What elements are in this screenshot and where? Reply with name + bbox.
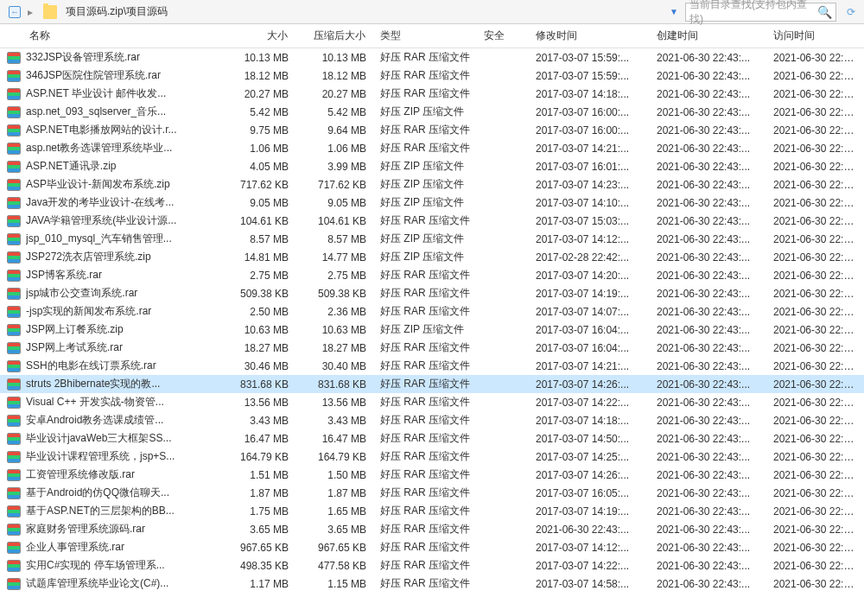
file-row[interactable]: 346JSP医院住院管理系统.rar18.12 MB18.12 MB好压 RAR… <box>0 67 864 85</box>
nav-back-button[interactable]: ← <box>9 6 21 18</box>
file-modified-cell: 2017-03-07 14:21:... <box>529 143 650 155</box>
column-header-created[interactable]: 创建时间 <box>650 24 766 48</box>
file-row[interactable]: jsp城市公交查询系统.rar509.38 KB509.38 KB好压 RAR … <box>0 284 864 302</box>
file-name-cell[interactable]: JSP网上考试系统.rar <box>0 340 225 355</box>
archive-icon <box>7 342 21 354</box>
file-row[interactable]: asp.net教务选课管理系统毕业...1.06 MB1.06 MB好压 RAR… <box>0 139 864 157</box>
file-row[interactable]: 家庭财务管理系统源码.rar3.65 MB3.65 MB好压 RAR 压缩文件2… <box>0 520 864 538</box>
path-dropdown-icon[interactable]: ▼ <box>663 7 685 16</box>
file-row[interactable]: JSP网上订餐系统.zip10.63 MB10.63 MB好压 ZIP 压缩文件… <box>0 321 864 339</box>
file-row[interactable]: 毕业设计课程管理系统，jsp+S...164.79 KB164.79 KB好压 … <box>0 448 864 466</box>
search-icon[interactable]: 🔍 <box>817 5 832 19</box>
file-row[interactable]: ASP.NET通讯录.zip4.05 MB3.99 MB好压 ZIP 压缩文件2… <box>0 157 864 175</box>
file-accessed-cell: 2021-06-30 22:43:. <box>766 52 864 64</box>
breadcrumb-path[interactable]: 项目源码.zip\项目源码 <box>60 4 663 19</box>
file-name-cell[interactable]: 基于ASP.NET的三层架构的BB... <box>0 504 225 518</box>
nav-expand-icon[interactable]: ▸ <box>21 3 40 22</box>
file-row[interactable]: jsp_010_mysql_汽车销售管理...8.57 MB8.57 MB好压 … <box>0 230 864 248</box>
file-name-cell[interactable]: asp.net教务选课管理系统毕业... <box>0 141 225 156</box>
file-row[interactable]: 企业人事管理系统.rar967.65 KB967.65 KB好压 RAR 压缩文… <box>0 538 864 556</box>
file-row[interactable]: struts 2Bhibernate实现的教...831.68 KB831.68… <box>0 375 864 393</box>
column-header-size[interactable]: 大小 <box>225 24 295 48</box>
file-name-cell[interactable]: 企业人事管理系统.rar <box>0 540 225 555</box>
file-modified-cell: 2017-03-07 14:19:... <box>529 505 650 518</box>
archive-icon <box>7 306 21 318</box>
file-row[interactable]: asp.net_093_sqlserver_音乐...5.42 MB5.42 M… <box>0 103 864 121</box>
file-name-cell[interactable]: 346JSP医院住院管理系统.rar <box>0 68 225 83</box>
file-modified-cell: 2017-03-07 15:59:... <box>529 52 650 64</box>
file-name-cell[interactable]: ASP.NET电影播放网站的设计.r... <box>0 123 225 137</box>
file-name-cell[interactable]: Java开发的考毕业设计-在线考... <box>0 195 225 210</box>
file-type-cell: 好压 ZIP 压缩文件 <box>373 322 477 337</box>
column-header-type[interactable]: 类型 <box>373 24 477 48</box>
file-created-cell: 2021-06-30 22:43:... <box>650 505 766 518</box>
file-row[interactable]: ASP毕业设计-新闻发布系统.zip717.62 KB717.62 KB好压 Z… <box>0 175 864 194</box>
file-name-cell[interactable]: JSP272洗衣店管理系统.zip <box>0 250 225 264</box>
file-row[interactable]: ASP.NET电影播放网站的设计.r...9.75 MB9.64 MB好压 RA… <box>0 121 864 139</box>
file-type-cell: 好压 RAR 压缩文件 <box>373 86 477 101</box>
file-row[interactable]: ASP.NET 毕业设计 邮件收发...20.27 MB20.27 MB好压 R… <box>0 85 864 103</box>
file-row[interactable]: JSP网上考试系统.rar18.27 MB18.27 MB好压 RAR 压缩文件… <box>0 339 864 357</box>
file-created-cell: 2021-06-30 22:43:... <box>650 70 766 82</box>
file-row[interactable]: -jsp实现的新闻发布系统.rar2.50 MB2.36 MB好压 RAR 压缩… <box>0 302 864 321</box>
file-compressed-size-cell: 10.63 MB <box>295 324 373 336</box>
file-name-cell[interactable]: ASP毕业设计-新闻发布系统.zip <box>0 177 225 192</box>
file-name-text: ASP.NET通讯录.zip <box>26 159 116 174</box>
file-row[interactable]: Java开发的考毕业设计-在线考...9.05 MB9.05 MB好压 ZIP … <box>0 194 864 212</box>
file-accessed-cell: 2021-06-30 22:43:. <box>766 433 864 445</box>
file-name-cell[interactable]: 毕业设计javaWeb三大框架SS... <box>0 431 225 446</box>
file-modified-cell: 2017-03-07 14:26:... <box>529 378 650 391</box>
file-name-cell[interactable]: JSP网上订餐系统.zip <box>0 322 225 337</box>
file-row[interactable]: JSP272洗衣店管理系统.zip14.81 MB14.77 MB好压 ZIP … <box>0 248 864 266</box>
search-box[interactable]: 当前目录查找(支持包内查找) 🔍 <box>685 3 836 22</box>
file-created-cell: 2021-06-30 22:43:... <box>650 52 766 64</box>
file-name-cell[interactable]: 试题库管理系统毕业论文(C#)... <box>0 576 225 591</box>
file-name-cell[interactable]: jsp城市公交查询系统.rar <box>0 286 225 301</box>
file-name-cell[interactable]: 332JSP设备管理系统.rar <box>0 50 225 65</box>
file-name-cell[interactable]: asp.net_093_sqlserver_音乐... <box>0 105 225 119</box>
file-row[interactable]: SSH的电影在线订票系统.rar30.46 MB30.40 MB好压 RAR 压… <box>0 357 864 375</box>
file-row[interactable]: JSP博客系统.rar2.75 MB2.75 MB好压 RAR 压缩文件2017… <box>0 266 864 284</box>
file-row[interactable]: 毕业设计javaWeb三大框架SS...16.47 MB16.47 MB好压 R… <box>0 429 864 448</box>
file-row[interactable]: 工资管理系统修改版.rar1.51 MB1.50 MB好压 RAR 压缩文件20… <box>0 466 864 484</box>
column-header-modified[interactable]: 修改时间 <box>529 24 650 48</box>
file-name-cell[interactable]: 毕业设计课程管理系统，jsp+S... <box>0 449 225 464</box>
archive-icon <box>7 124 21 137</box>
file-name-cell[interactable]: 工资管理系统修改版.rar <box>0 467 225 482</box>
file-name-cell[interactable]: struts 2Bhibernate实现的教... <box>0 377 225 391</box>
refresh-icon[interactable]: ⟳ <box>842 6 861 18</box>
column-header-safety[interactable]: 安全 <box>477 24 529 48</box>
column-header-name[interactable]: 名称 <box>0 24 225 48</box>
file-name-cell[interactable]: 基于Android的仿QQ微信聊天... <box>0 486 225 500</box>
file-row[interactable]: JAVA学籍管理系统(毕业设计源...104.61 KB104.61 KB好压 … <box>0 212 864 230</box>
file-created-cell: 2021-06-30 22:43:... <box>650 360 766 372</box>
file-size-cell: 967.65 KB <box>225 542 295 554</box>
file-row[interactable]: 试题库管理系统毕业论文(C#)...1.17 MB1.15 MB好压 RAR 压… <box>0 575 864 593</box>
file-name-cell[interactable]: JSP博客系统.rar <box>0 268 225 283</box>
file-name-cell[interactable]: 实用C#实现的 停车场管理系... <box>0 558 225 573</box>
file-created-cell: 2021-06-30 22:43:... <box>650 542 766 554</box>
file-row[interactable]: 安卓Android教务选课成绩管...3.43 MB3.43 MB好压 RAR … <box>0 411 864 429</box>
file-row[interactable]: 332JSP设备管理系统.rar10.13 MB10.13 MB好压 RAR 压… <box>0 48 864 67</box>
file-row[interactable]: 基于ASP.NET的三层架构的BB...1.75 MB1.65 MB好压 RAR… <box>0 502 864 520</box>
archive-icon <box>7 469 21 481</box>
file-name-cell[interactable]: 安卓Android教务选课成绩管... <box>0 413 225 428</box>
file-accessed-cell: 2021-06-30 22:43:. <box>766 106 864 118</box>
file-row[interactable]: 实用C#实现的 停车场管理系...498.35 KB477.58 KB好压 RA… <box>0 556 864 575</box>
file-name-cell[interactable]: ASP.NET 毕业设计 邮件收发... <box>0 86 225 101</box>
column-header-compressed[interactable]: 压缩后大小 <box>295 24 373 48</box>
file-row[interactable]: 基于Android的仿QQ微信聊天...1.87 MB1.87 MB好压 RAR… <box>0 484 864 502</box>
file-name-cell[interactable]: Visual C++ 开发实战-物资管... <box>0 395 225 410</box>
file-accessed-cell: 2021-06-30 22:43:. <box>766 397 864 409</box>
file-name-cell[interactable]: JAVA学籍管理系统(毕业设计源... <box>0 213 225 228</box>
file-name-cell[interactable]: jsp_010_mysql_汽车销售管理... <box>0 232 225 246</box>
file-name-cell[interactable]: 家庭财务管理系统源码.rar <box>0 522 225 537</box>
column-header-accessed[interactable]: 访问时间 <box>766 24 864 48</box>
file-compressed-size-cell: 1.15 MB <box>295 578 373 590</box>
file-name-cell[interactable]: -jsp实现的新闻发布系统.rar <box>0 304 225 319</box>
file-size-cell: 164.79 KB <box>225 451 295 463</box>
file-name-cell[interactable]: ASP.NET通讯录.zip <box>0 159 225 174</box>
archive-icon <box>7 324 21 336</box>
file-name-cell[interactable]: SSH的电影在线订票系统.rar <box>0 359 225 373</box>
file-row[interactable]: Visual C++ 开发实战-物资管...13.56 MB13.56 MB好压… <box>0 393 864 411</box>
